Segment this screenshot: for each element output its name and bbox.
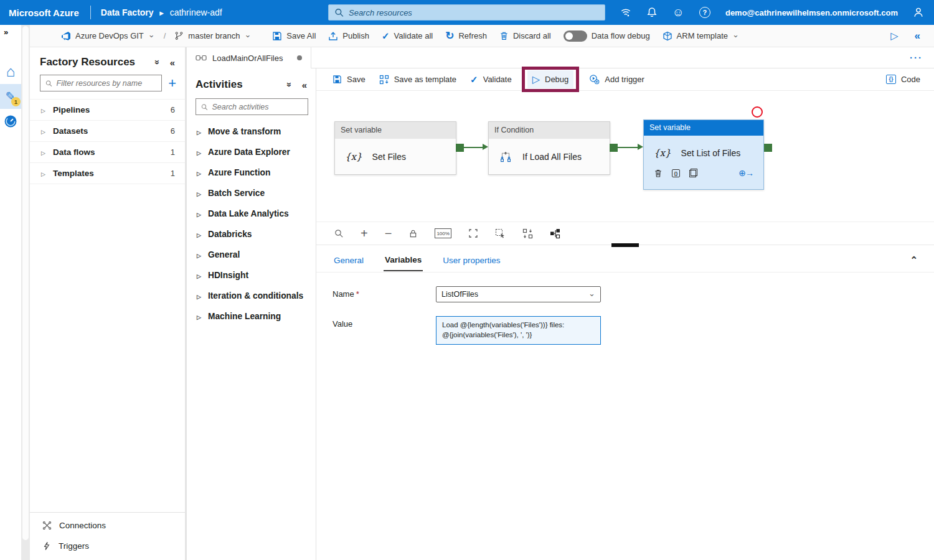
category-databricks[interactable]: Databricks (187, 224, 316, 245)
resource-item-pipelines[interactable]: Pipelines 6 (30, 99, 185, 121)
filter-resources-input[interactable] (57, 79, 158, 88)
category-azure-function[interactable]: Azure Function (187, 162, 316, 183)
search-activities-box[interactable] (196, 98, 308, 115)
node-action-bar (644, 168, 763, 178)
resize-handle[interactable] (611, 243, 639, 247)
expander-icon[interactable] (41, 126, 45, 136)
view-code-icon[interactable] (672, 169, 680, 177)
refresh-button[interactable]: Refresh (441, 27, 491, 45)
add-resource-button[interactable] (168, 75, 176, 91)
search-activities-input[interactable] (212, 103, 303, 111)
play-icon[interactable] (890, 30, 898, 42)
category-machine-learning[interactable]: Machine Learning (187, 306, 316, 327)
save-as-template-button[interactable]: Save as template (374, 72, 461, 88)
category-hdinsight[interactable]: HDInsight (187, 265, 316, 286)
account-email[interactable]: demo@cathrinewilhelmsen.onmicrosoft.com (725, 8, 898, 17)
category-label: Azure Function (208, 168, 270, 177)
data-flow-debug-toggle[interactable] (564, 30, 587, 42)
help-icon[interactable] (699, 7, 710, 18)
category-data-lake-analytics[interactable]: Data Lake Analytics (187, 203, 316, 224)
filter-resources-box[interactable] (40, 75, 162, 91)
more-actions-button[interactable] (910, 52, 934, 63)
zoom-in-icon[interactable] (361, 226, 368, 241)
tab-variables[interactable]: Variables (384, 248, 423, 271)
category-azure-data-explorer[interactable]: Azure Data Explorer (187, 142, 316, 162)
zoom-to-fit-icon[interactable] (468, 228, 478, 238)
output-connector[interactable] (456, 144, 464, 152)
canvas-search-icon[interactable] (334, 228, 344, 238)
delete-activity-icon[interactable] (654, 169, 663, 178)
output-connector[interactable] (764, 144, 772, 152)
rail-item-monitor[interactable] (0, 109, 21, 134)
resource-item-templates[interactable]: Templates 1 (30, 163, 185, 184)
expander-icon[interactable] (41, 105, 45, 114)
breadcrumb-product[interactable]: Data Factory (101, 7, 154, 17)
save-button[interactable]: Save (328, 72, 370, 87)
resource-count: 1 (171, 147, 175, 157)
rail-item-home[interactable] (0, 59, 21, 84)
category-move-transform[interactable]: Move & transform (187, 121, 316, 142)
name-label: Name (333, 289, 354, 299)
zoom-reset-button[interactable]: 100% (435, 228, 451, 238)
output-connector[interactable] (610, 144, 618, 152)
scrollbar-thumb[interactable] (22, 26, 29, 540)
validate-all-button[interactable]: Validate all (378, 28, 436, 44)
lock-canvas-icon[interactable] (408, 229, 418, 238)
publish-button[interactable]: Publish (324, 29, 373, 44)
panel-scrollbar[interactable] (21, 25, 30, 560)
repo-selector[interactable]: Azure DevOps GIT (57, 29, 159, 44)
activity-node-set-list-of-files[interactable]: Set variable Set List of Files (643, 119, 764, 190)
collapse-all-icon[interactable] (286, 80, 293, 90)
align-nodes-icon[interactable] (522, 228, 533, 239)
collapse-properties-icon[interactable] (910, 254, 918, 266)
collapse-sidebar-icon[interactable] (169, 57, 176, 68)
collapse-panel-icon[interactable] (915, 30, 920, 42)
branch-selector[interactable]: master branch (171, 29, 255, 43)
expand-rail-icon[interactable] (0, 25, 8, 45)
debug-button[interactable]: Debug (527, 70, 574, 88)
expander-icon[interactable] (41, 147, 45, 157)
azure-brand[interactable]: Microsoft Azure (0, 7, 90, 18)
variable-name-select[interactable]: ListOfFiles (436, 286, 601, 302)
category-iteration-conditionals[interactable]: Iteration & conditionals (187, 286, 316, 306)
zoom-out-icon[interactable] (385, 226, 392, 241)
activity-node-if-load-all-files[interactable]: If Condition If Load All Files (488, 121, 610, 175)
avatar-icon[interactable] (913, 7, 924, 18)
feedback-smiley-icon[interactable] (672, 7, 684, 18)
discard-all-button[interactable]: Discard all (496, 29, 555, 43)
tab-user-properties[interactable]: User properties (441, 249, 501, 271)
collapse-all-icon[interactable] (154, 57, 161, 67)
arm-template-menu[interactable]: ARM template (659, 29, 743, 44)
resource-item-datasets[interactable]: Datasets 6 (30, 121, 185, 142)
expander-icon[interactable] (41, 169, 45, 178)
notifications-bell-icon[interactable] (646, 7, 658, 18)
pipeline-canvas[interactable]: Set variable Set Files (316, 91, 934, 222)
add-trigger-button[interactable]: Add trigger (584, 71, 649, 88)
breadcrumb-resource[interactable]: cathrinew-adf (170, 7, 222, 17)
category-general[interactable]: General (187, 245, 316, 265)
save-all-button[interactable]: Save All (268, 29, 319, 44)
save-icon (333, 75, 342, 84)
auto-layout-icon[interactable] (550, 228, 560, 239)
triggers-button[interactable]: Triggers (30, 536, 185, 556)
collapse-activities-icon[interactable] (301, 80, 308, 90)
global-search-box[interactable] (328, 4, 605, 21)
tab-loadmainorallfiles[interactable]: LoadMainOrAllFiles (187, 47, 311, 68)
activity-node-set-files[interactable]: Set variable Set Files (334, 121, 456, 175)
toggle-knob (565, 32, 573, 40)
connections-button[interactable]: Connections (30, 515, 185, 536)
set-variable-icon (654, 147, 671, 159)
add-output-icon[interactable] (738, 168, 753, 178)
code-button[interactable]: Code (881, 72, 925, 87)
code-label: Code (901, 75, 920, 84)
clone-activity-icon[interactable] (689, 169, 697, 177)
rail-item-author[interactable]: 1 (0, 84, 21, 109)
validate-button[interactable]: Validate (465, 71, 517, 88)
resource-item-data-flows[interactable]: Data flows 1 (30, 142, 185, 163)
global-search-input[interactable] (349, 8, 600, 17)
multi-select-icon[interactable] (495, 228, 506, 239)
signal-icon[interactable] (620, 7, 631, 18)
tab-general[interactable]: General (333, 249, 365, 271)
variable-value-input[interactable]: Load @{length(variables('Files'))} files… (436, 316, 601, 345)
category-batch-service[interactable]: Batch Service (187, 183, 316, 203)
